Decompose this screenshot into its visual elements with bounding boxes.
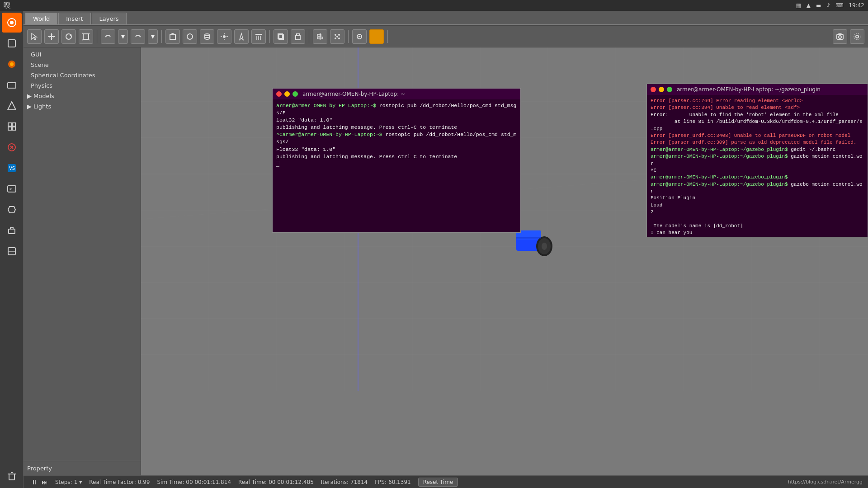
redo-dropdown[interactable]: ▾ — [148, 29, 158, 44]
terminal-left[interactable]: armer@armer-OMEN-by-HP-Laptop: ~ armer@a… — [272, 88, 521, 233]
scale-tool-btn[interactable] — [79, 29, 93, 44]
sidebar-vscode-icon[interactable]: VS — [2, 158, 22, 178]
sidebar-icon-3[interactable] — [2, 96, 22, 116]
sidebar-icon-7[interactable] — [2, 221, 22, 240]
sidebar-icon-6[interactable] — [2, 200, 22, 220]
insert-cylinder-btn[interactable] — [200, 29, 214, 44]
svg-rect-41 — [170, 35, 175, 39]
website-url[interactable]: https://blog.csdn.net/Armergg — [788, 479, 863, 485]
terminal-right-title: armer@armer-OMEN-by-HP-Laptop: ~/gazebo_… — [677, 86, 821, 93]
terminal-line: armer@armer-OMEN-by-HP-Laptop:~$ rostopi… — [276, 102, 517, 117]
terminal-right-close[interactable] — [651, 87, 656, 92]
insert-box-btn[interactable] — [165, 29, 180, 44]
svg-line-36 — [89, 33, 90, 34]
tab-insert[interactable]: Insert — [58, 13, 90, 24]
pause-button[interactable]: ⏸ — [29, 477, 40, 488]
insert-light-dir-btn[interactable] — [251, 29, 266, 44]
svg-text:>_: >_ — [9, 187, 15, 191]
svg-point-70 — [336, 36, 338, 38]
sidebar-icon-1[interactable] — [2, 33, 22, 53]
gazebo-tabs: World Insert Layers — [24, 11, 868, 25]
terminal-line: at line 81 in /build/urdfdom-UJ3kd6/urdf… — [651, 118, 864, 125]
sidebar-icon-4[interactable] — [2, 117, 22, 136]
steps-item: Steps: 1 ▾ — [55, 479, 82, 485]
rotate-tool-btn[interactable] — [61, 29, 76, 44]
terminal-line: Error [parser_urdf.cc:3408] Unable to ca… — [651, 132, 864, 139]
real-time-value: 00 00:01:12.485 — [269, 479, 314, 485]
insert-light-point-btn[interactable] — [217, 29, 231, 44]
steps-stepper[interactable]: ▾ — [79, 479, 82, 485]
svg-rect-21 — [9, 229, 15, 234]
snap-btn[interactable] — [330, 29, 344, 44]
sim-time-value: 00 00:01:11.814 — [186, 479, 231, 485]
terminal-line: ^Carmer@armer-OMEN-by-HP-Laptop:~$ rosto… — [276, 131, 517, 145]
network-icon: ▦ — [796, 2, 801, 9]
property-bar: Property — [24, 461, 141, 475]
sidebar-trash-icon[interactable] — [2, 466, 22, 486]
toolbar-sep-1 — [97, 30, 97, 43]
terminal-right-maximize[interactable] — [667, 87, 672, 92]
terminal-left-maximize[interactable] — [292, 91, 298, 97]
panel-item-gui[interactable]: GUI — [24, 49, 141, 60]
sidebar-icon-8[interactable] — [2, 241, 22, 261]
svg-rect-11 — [8, 127, 11, 130]
svg-point-74 — [839, 36, 841, 38]
terminal-right-body[interactable]: Error [parser.cc:769] Error reading elem… — [647, 95, 868, 237]
sim-time-item: Sim Time: 00 00:01:11.814 — [157, 479, 231, 485]
screenshot-btn[interactable] — [833, 29, 847, 44]
svg-marker-54 — [240, 33, 243, 40]
left-sidebar: VS >_ — [0, 11, 24, 488]
tab-layers[interactable]: Layers — [92, 13, 127, 24]
iterations-value: 71814 — [350, 479, 368, 485]
insert-sphere-btn[interactable] — [183, 29, 197, 44]
svg-marker-32 — [53, 36, 55, 38]
copy-btn[interactable] — [274, 29, 288, 44]
gazebo-viewport[interactable]: armer@armer-OMEN-by-HP-Laptop: ~ armer@a… — [141, 47, 868, 475]
tab-world[interactable]: World — [25, 13, 57, 24]
reset-time-button[interactable]: Reset Time — [418, 478, 458, 487]
align-btn[interactable] — [313, 29, 327, 44]
active-tool-btn[interactable] — [369, 29, 384, 44]
terminal-left-minimize[interactable] — [284, 91, 290, 97]
svg-point-4 — [10, 62, 14, 66]
steps-value: 1 — [74, 479, 78, 485]
undo-dropdown[interactable]: ▾ — [118, 29, 128, 44]
terminal-right[interactable]: armer@armer-OMEN-by-HP-Laptop: ~/gazebo_… — [646, 84, 868, 237]
undo-btn[interactable] — [101, 29, 115, 44]
system-bar-right: ▦ ▲ ▬ ♪ ⌨ 19:42 — [796, 2, 864, 9]
terminal-left-close[interactable] — [276, 91, 282, 97]
panel-item-models[interactable]: ▶ Models — [24, 91, 141, 101]
insert-light-spot-btn[interactable] — [234, 29, 249, 44]
real-time-item: Real Time: 00 00:01:12.485 — [238, 479, 314, 485]
status-bar: ⏸ ⏭ Steps: 1 ▾ Real Time Factor: 0.99 Si… — [24, 475, 868, 488]
panel-item-physics[interactable]: Physics — [24, 80, 141, 91]
steps-label: Steps: — [55, 479, 72, 485]
redo-btn[interactable] — [131, 29, 145, 44]
sidebar-icon-2[interactable] — [2, 75, 22, 95]
paste-btn[interactable] — [291, 29, 305, 44]
svg-marker-31 — [48, 36, 50, 38]
translate-tool-btn[interactable] — [44, 29, 59, 44]
step-button[interactable]: ⏭ — [42, 479, 48, 486]
panel-item-spherical[interactable]: Spherical Coordinates — [24, 70, 141, 80]
sidebar-icon-5[interactable] — [2, 137, 22, 157]
terminal-line: armer@armer-OMEN-by-HP-Laptop:~/gazebo_p… — [651, 181, 864, 195]
left-panel-content: GUI Scene Spherical Coordinates Physics … — [24, 47, 141, 113]
panel-item-lights[interactable]: ▶ Lights — [24, 101, 141, 112]
sidebar-terminal-icon[interactable]: >_ — [2, 179, 22, 199]
sidebar-firefox-icon[interactable] — [2, 54, 22, 74]
terminal-line: armer@armer-OMEN-by-HP-Laptop:~/gazebo_p… — [651, 174, 864, 181]
select-tool-btn[interactable] — [27, 29, 42, 44]
svg-marker-40 — [139, 36, 141, 38]
settings-btn[interactable] — [850, 29, 864, 44]
sidebar-home-icon[interactable] — [2, 13, 22, 33]
realtime-factor-value: 0.99 — [138, 479, 150, 485]
terminal-line — [651, 216, 864, 223]
terminal-right-minimize[interactable] — [659, 87, 664, 92]
keyboard-icon: ⌨ — [835, 2, 843, 9]
panel-item-scene[interactable]: Scene — [24, 60, 141, 70]
terminal-left-body[interactable]: armer@armer-OMEN-by-HP-Laptop:~$ rostopi… — [273, 99, 520, 232]
svg-text:VS: VS — [9, 166, 15, 171]
record-btn[interactable] — [352, 29, 367, 44]
terminal-line: Error [parser_urdf.cc:309] parse as old … — [651, 139, 864, 146]
